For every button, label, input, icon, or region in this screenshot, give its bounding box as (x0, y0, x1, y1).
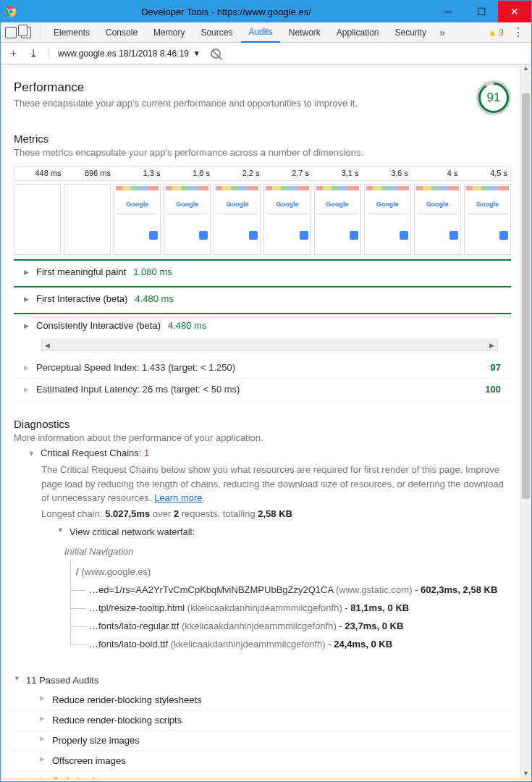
filmstrip-header: 448 ms 896 ms 1,3 s 1,8 s 2,2 s 2,7 s 3,… (14, 167, 511, 181)
tree-item: …ed=1/rs=AA2YrTvCmCpKbqMviNBZMPUbBgZzy2Q… (67, 581, 511, 599)
download-icon[interactable]: ⤓ (29, 47, 38, 60)
clear-icon[interactable] (211, 49, 221, 59)
devtools-tabs: Elements Console Memory Sources Audits N… (1, 22, 531, 43)
filmstrip-frame (414, 184, 461, 255)
score-ring: 91 (476, 80, 511, 115)
tab-console[interactable]: Console (98, 22, 145, 43)
maximize-button[interactable]: ☐ (465, 1, 498, 22)
expand-icon: ▶ (24, 322, 29, 329)
filmstrip-frame (263, 184, 311, 255)
audit-toolbar: ＋ ⤓ www.google.es 18/1/2018 8:46:19 ▼ (1, 43, 531, 64)
report-content: Performance These encapsulate your app's… (4, 67, 520, 778)
audit-item[interactable]: ▶Reduce render-blocking scripts (14, 710, 511, 731)
filmstrip-frame (314, 184, 361, 255)
tree-item: …fonts/lato-bold.ttf (kkelicaakdanhinjde… (67, 635, 511, 653)
scrollbar-thumb[interactable] (522, 93, 530, 499)
tab-sources[interactable]: Sources (193, 22, 240, 43)
expand-icon: ▶ (24, 269, 29, 276)
diagnostics-sub: More information about the performance o… (14, 432, 511, 443)
report-title: Performance (14, 80, 358, 95)
filmstrip-frame (64, 184, 111, 255)
metric-row[interactable]: ▶ Consistently Interactive (beta) 4.480 … (14, 313, 511, 337)
tab-elements[interactable]: Elements (46, 22, 97, 43)
filmstrip-frame (214, 184, 261, 255)
more-tabs-icon[interactable]: » (435, 27, 449, 38)
learn-more-link[interactable]: Learn more (154, 492, 202, 503)
collapse-icon: ▼ (14, 675, 20, 686)
collapse-icon: ▼ (57, 526, 64, 537)
horizontal-scrollbar[interactable]: ◀▶ (41, 340, 498, 351)
tab-memory[interactable]: Memory (146, 22, 192, 43)
warnings-badge[interactable]: ▲ 3 (488, 28, 504, 38)
settings-menu-icon[interactable]: ⋮ (510, 25, 527, 39)
titlebar: Developer Tools - https://www.google.es/… (1, 1, 531, 22)
passed-audits-toggle[interactable]: ▼ 11 Passed Audits (14, 670, 511, 690)
audit-url[interactable]: www.google.es 18/1/2018 8:46:19 ▼ (48, 49, 200, 59)
dropdown-icon: ▼ (193, 49, 200, 57)
initial-navigation-label: Initial Navigation (28, 542, 511, 563)
passed-audits-list: ▶Reduce render-blocking stylesheets ▶Red… (14, 690, 511, 779)
filmstrip (14, 184, 511, 255)
scroll-down-icon[interactable]: ▼ (520, 770, 531, 781)
warning-icon: ▲ (488, 28, 497, 38)
expand-icon: ▶ (40, 715, 45, 726)
audit-item[interactable]: ▶Offscreen images (14, 751, 511, 771)
chrome-icon (1, 6, 21, 17)
tab-network[interactable]: Network (282, 22, 328, 43)
tab-application[interactable]: Application (329, 22, 387, 43)
filmstrip-frame (14, 184, 61, 255)
metric-row[interactable]: ▶ First Interactive (beta) 4.480 ms (14, 286, 511, 310)
expand-icon: ▶ (24, 364, 29, 371)
minimize-button[interactable]: ─ (431, 1, 465, 22)
metric-row[interactable]: ▶ Perceptual Speed Index: 1.433 (target:… (14, 357, 511, 379)
vertical-scrollbar[interactable]: ▲ ▼ (520, 64, 531, 781)
tree-item: …tpl/resize-tooltip.html (kkelicaakdanhi… (67, 599, 511, 617)
collapse-icon: ▼ (28, 450, 35, 458)
filmstrip-frame (464, 184, 511, 255)
critical-request-chains: ▼ Critical Request Chains: 1 The Critica… (14, 443, 511, 653)
report-subtitle: These encapsulate your app's current per… (14, 98, 358, 109)
metric-row[interactable]: ▶ First meaningful paint 1.080 ms (14, 259, 511, 283)
audit-item[interactable]: ▶Properly size images (14, 731, 511, 751)
audit-item[interactable]: ▶Reduce render-blocking stylesheets (14, 690, 511, 710)
window: Developer Tools - https://www.google.es/… (0, 0, 532, 782)
close-button[interactable]: ✕ (498, 1, 531, 22)
tree-item: …fonts/lato-regular.ttf (kkelicaakdanhin… (67, 617, 511, 635)
tab-security[interactable]: Security (388, 22, 434, 43)
expand-icon: ▶ (24, 295, 29, 303)
filmstrip-frame (364, 184, 411, 255)
window-title: Developer Tools - https://www.google.es/ (21, 7, 431, 17)
metrics-sub: These metrics encapsulate your app's per… (14, 147, 511, 158)
metrics-heading: Metrics (14, 133, 511, 145)
inspect-icon[interactable] (5, 27, 17, 38)
metric-row[interactable]: ▶ Estimated Input Latency: 26 ms (target… (14, 379, 511, 400)
expand-icon: ▶ (24, 386, 29, 393)
request-tree: / (www.google.es) …ed=1/rs=AA2YrTvCmCpKb… (28, 563, 511, 653)
waterfall-toggle[interactable]: ▼ View critical network waterfall: (28, 519, 511, 542)
filmstrip-frame (164, 184, 211, 255)
svg-point-2 (9, 9, 12, 13)
scroll-up-icon[interactable]: ▲ (520, 64, 531, 76)
tree-root: / (www.google.es) (67, 563, 511, 581)
new-audit-icon[interactable]: ＋ (8, 46, 19, 60)
expand-icon: ▶ (40, 775, 45, 779)
audit-item[interactable]: ▶Optimize images (14, 771, 511, 779)
expand-icon: ▶ (40, 694, 45, 705)
expand-icon: ▶ (40, 755, 45, 766)
expand-icon: ▶ (40, 735, 45, 746)
diagnostics-heading: Diagnostics (14, 418, 511, 430)
tab-audits[interactable]: Audits (241, 22, 279, 43)
filmstrip-frame (114, 184, 161, 255)
device-toggle-icon[interactable] (21, 27, 31, 38)
